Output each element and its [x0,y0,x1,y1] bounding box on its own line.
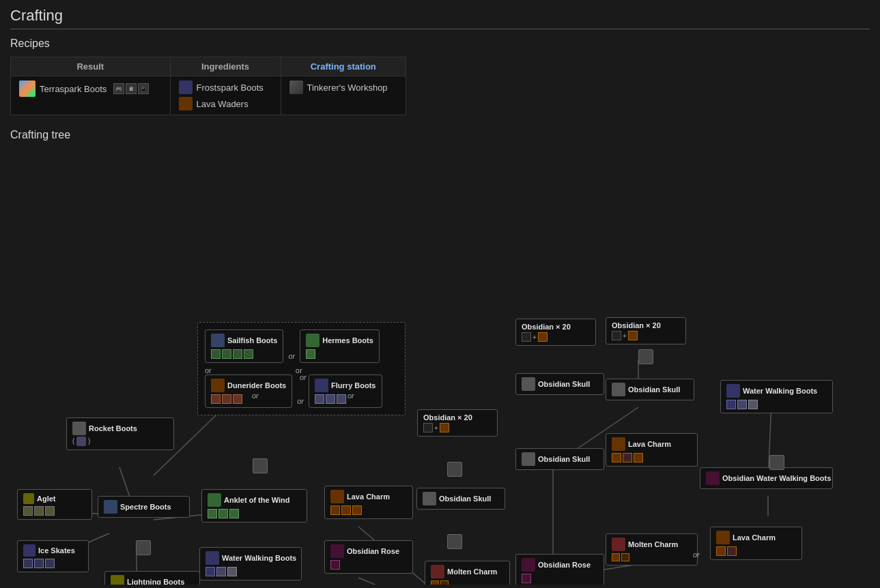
aglet-icon [23,493,34,504]
station-between-2 [136,540,151,555]
node-rocket-boots: Rocket Boots ( ) [66,417,174,450]
sprite1: 🎮 [113,83,124,94]
obsrose1-icon [330,544,344,558]
node-obsidian-20-1: Obsidian × 20 + [417,409,498,437]
lavawaders-icon [179,97,193,111]
obswaterwalk-icon [706,471,720,485]
terraspark-icon [19,80,36,97]
sprite3: 📱 [138,83,149,94]
node-water-walking-1: Water Walking Boots [199,547,302,580]
page-title: Crafting [10,7,870,29]
tinkerers-icon [289,80,303,94]
obsrose2-icon [522,558,535,572]
lavacharm2-icon [716,531,730,544]
recipes-section: Recipes Result Ingredients Crafting stat… [10,38,870,115]
node-obsidian-water-walking: Obsidian Water Walking Boots [700,467,833,489]
node-flurry: Flurry Boots [309,374,382,408]
station-between-3 [253,458,268,473]
spectre-icon [104,500,117,514]
connector-lines [10,148,870,585]
station-name: Tinkerer's Workshop [307,83,388,93]
station-between-7 [769,455,784,470]
node-lava-charm-2: Lava Charm [710,527,802,560]
station-between-5 [447,534,462,549]
lavacharm1-icon [330,490,344,503]
node-lava-charm-top: Lava Charm [606,433,698,467]
lightning-icon [111,575,124,585]
node-ice-skates: Ice Skates [17,540,89,572]
node-obsidian-skull-3: Obsidian Skull [515,448,604,470]
or-label-5: or [693,550,700,559]
or-label-2: or [252,392,259,400]
station-between-4 [447,462,462,477]
obsskulltop-icon [612,383,625,396]
moltencharm2-icon [612,538,625,551]
node-spectre-boots: Spectre Boots [98,496,190,518]
crafting-tree-section: Crafting tree [10,129,870,578]
node-molten-charm-1: Molten Charm [425,561,510,585]
col-station: Crafting station [281,57,406,76]
node-obsidian-skull-top: Obsidian Skull [606,379,694,400]
tree-container: Terraspark Boots 🎮 🖥 📱 Frostspark Boots … [10,148,870,578]
node-hermes: Hermes Boots [300,329,380,363]
ingredient2-name: Lava Waders [197,99,249,109]
node-obsidian-skull-2: Obsidian Skull [515,373,604,395]
node-anklet: Anklet of the Wind [201,489,307,523]
or-label-1: or [300,373,307,381]
col-ingredients: Ingredients [170,57,281,76]
frostspark-icon [179,80,193,94]
lavacharmtop-icon [612,437,625,451]
node-dunerider: Dunerider Boots [205,374,292,408]
waterwalk1-icon [205,551,219,565]
hermes-icon [306,334,320,347]
node-molten-charm-2: Molten Charm [606,533,698,565]
node-obsidian-20-top: Obsidian × 20 + [606,317,686,344]
node-boots-group: Sailfish Boots or Hermes Boots [197,322,406,415]
anklet-icon [208,493,221,507]
recipes-table: Result Ingredients Crafting station Terr… [10,57,406,115]
sailfish-icon [211,334,225,347]
result-name: Terraspark Boots [40,84,107,94]
node-obsidian-rose-2: Obsidian Rose [515,554,604,585]
node-aglet: Aglet [17,489,92,520]
node-obsidian-20-mid: Obsidian × 20 + [515,319,596,346]
waterwalk2-icon [726,384,740,398]
flurry-icon [315,379,328,392]
node-obsidian-rose-1: Obsidian Rose [324,540,413,574]
node-obsidian-skull-1: Obsidian Skull [416,488,505,510]
col-result: Result [11,57,171,76]
ingredient1-name: Frostspark Boots [197,83,264,93]
obsskull2-icon [522,377,535,391]
station-between-6 [638,349,653,364]
dunerider-icon [211,379,225,392]
obsskull1-icon [423,492,436,505]
sprite2: 🖥 [126,83,137,94]
node-lightning-boots: Lightning Boots [104,571,200,585]
or-label-3: or [347,392,354,400]
node-lava-charm-1: Lava Charm [324,486,413,519]
node-sailfish: Sailfish Boots [205,329,283,363]
recipes-heading: Recipes [10,38,870,50]
node-water-walking-2: Water Walking Boots [720,380,833,413]
ice-skates-icon [23,544,36,557]
tree-heading: Crafting tree [10,129,870,141]
rocket-icon [72,422,86,435]
moltencharm1-icon [431,565,444,578]
obsskull3-icon [522,452,535,466]
